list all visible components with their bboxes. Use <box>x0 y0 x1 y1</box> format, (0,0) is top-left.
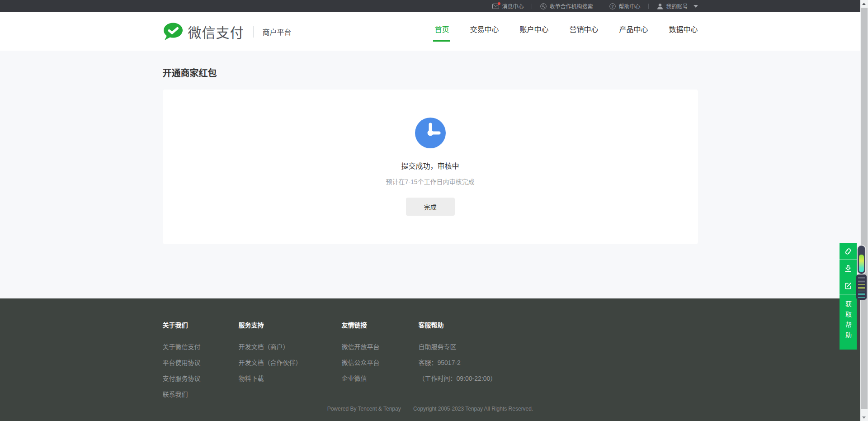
footer-link[interactable]: 物料下载 <box>239 374 342 383</box>
topbar-divider <box>532 4 532 9</box>
nav-item-marketing[interactable]: 营销中心 <box>569 22 598 42</box>
copyright-rights: Copyright 2005-2023 Tenpay All Rights Re… <box>413 406 533 412</box>
copyright: Powered By Tencent & Tenpay Copyright 20… <box>163 406 698 412</box>
footer-link[interactable]: 企业微信 <box>342 374 419 383</box>
main-nav: 首页 交易中心 账户中心 营销中心 产品中心 数据中心 <box>434 22 698 42</box>
download-icon <box>844 264 853 273</box>
acquirer-search-label: 收单合作机构搜索 <box>549 2 593 10</box>
header: 微信支付 商户平台 首页 交易中心 账户中心 营销中心 产品中心 数据中心 <box>0 12 860 51</box>
footer-col-title: 关于我们 <box>163 320 239 329</box>
quick-link-button[interactable] <box>840 243 857 260</box>
svg-text:?: ? <box>612 4 614 9</box>
copyright-powered-by: Powered By Tencent & Tenpay <box>327 406 401 412</box>
footer-link[interactable]: 微信开放平台 <box>342 342 419 351</box>
chevron-down-icon <box>693 5 698 8</box>
mail-icon <box>492 4 499 9</box>
stripes-yellow <box>858 284 865 291</box>
scroll-overlay-gradient-widget <box>858 246 865 274</box>
status-title: 提交成功，审核中 <box>401 160 459 171</box>
top-utility-bar: 消息中心 收单合作机构搜索 ? 帮助中心 我的账号 <box>0 0 860 12</box>
footer-link[interactable]: 支付服务协议 <box>163 374 239 383</box>
footer: 关于我们 关于微信支付 平台使用协议 支付服务协议 联系我们 服务支持 开发文档… <box>0 298 860 421</box>
scrollbar-up-arrow-icon[interactable] <box>862 3 866 5</box>
nav-item-home[interactable]: 首页 <box>434 22 449 42</box>
my-account-label: 我的账号 <box>666 2 688 10</box>
footer-col-title: 客服帮助 <box>419 320 698 329</box>
footer-link[interactable]: 关于微信支付 <box>163 342 239 351</box>
link-icon <box>844 247 853 256</box>
footer-link[interactable]: 联系我们 <box>163 389 239 398</box>
nav-item-transactions[interactable]: 交易中心 <box>470 22 499 42</box>
message-center-label: 消息中心 <box>502 2 524 10</box>
footer-text-hotline: 客服：95017-2 <box>419 358 698 367</box>
stripes-gray <box>858 276 865 284</box>
status-card: 提交成功，审核中 预计在7-15个工作日内审核完成 完成 <box>163 90 698 244</box>
footer-link[interactable]: 开发文档（商户） <box>239 342 342 351</box>
scrollbar-thumb[interactable] <box>861 8 868 409</box>
nav-item-account[interactable]: 账户中心 <box>519 22 548 42</box>
scroll-overlay-striped-widget <box>856 274 867 300</box>
my-account-menu[interactable]: 我的账号 <box>657 2 698 10</box>
clock-icon <box>415 118 446 148</box>
scrollbar-down-arrow-icon[interactable] <box>862 416 866 419</box>
help-center-label: 帮助中心 <box>618 2 640 10</box>
footer-col-title: 友情链接 <box>342 320 419 329</box>
done-button[interactable]: 完成 <box>406 198 455 216</box>
status-subtitle: 预计在7-15个工作日内审核完成 <box>386 177 474 186</box>
gradient-bar <box>859 255 864 272</box>
platform-label: 商户平台 <box>263 26 292 37</box>
get-help-label: 获取帮助 <box>845 301 851 342</box>
page-title: 开通商家红包 <box>163 51 698 78</box>
message-center-link[interactable]: 消息中心 <box>492 2 524 10</box>
floating-action-stack: 获取帮助 <box>840 243 857 350</box>
footer-link[interactable]: 开发文档（合作伙伴） <box>239 358 342 367</box>
get-help-button[interactable]: 获取帮助 <box>840 294 857 350</box>
topbar-divider <box>648 4 649 9</box>
feedback-button[interactable] <box>840 277 857 294</box>
wechat-bubble-icon <box>163 23 184 41</box>
stripes-cyan <box>858 291 865 298</box>
scrollbar[interactable] <box>860 0 868 421</box>
logo-wordmark: 微信支付 <box>188 22 244 42</box>
help-center-link[interactable]: ? 帮助中心 <box>609 2 640 10</box>
main-content: 开通商家红包 提交成功，审核中 预计在7-15个工作日内审核完成 完成 <box>0 51 860 298</box>
help-icon: ? <box>609 3 616 9</box>
nav-item-products[interactable]: 产品中心 <box>619 22 648 42</box>
acquirer-search-link[interactable]: 收单合作机构搜索 <box>540 2 593 10</box>
footer-link[interactable]: 自助服务专区 <box>419 342 698 351</box>
header-divider <box>253 26 254 38</box>
notification-badge <box>498 2 500 5</box>
feedback-icon <box>844 281 853 290</box>
wechat-pay-logo[interactable]: 微信支付 <box>163 22 244 42</box>
footer-text-hours: （工作时间：09:00-22:00） <box>419 374 698 383</box>
footer-col-title: 服务支持 <box>239 320 342 329</box>
topbar-divider <box>601 4 601 9</box>
download-button[interactable] <box>840 260 857 277</box>
nav-item-data[interactable]: 数据中心 <box>669 22 698 42</box>
merchant-platform-page: 消息中心 收单合作机构搜索 ? 帮助中心 我的账号 <box>0 0 860 421</box>
search-icon <box>540 3 547 9</box>
footer-link[interactable]: 微信公众平台 <box>342 358 419 367</box>
footer-link[interactable]: 平台使用协议 <box>163 358 239 367</box>
user-icon <box>657 3 663 9</box>
